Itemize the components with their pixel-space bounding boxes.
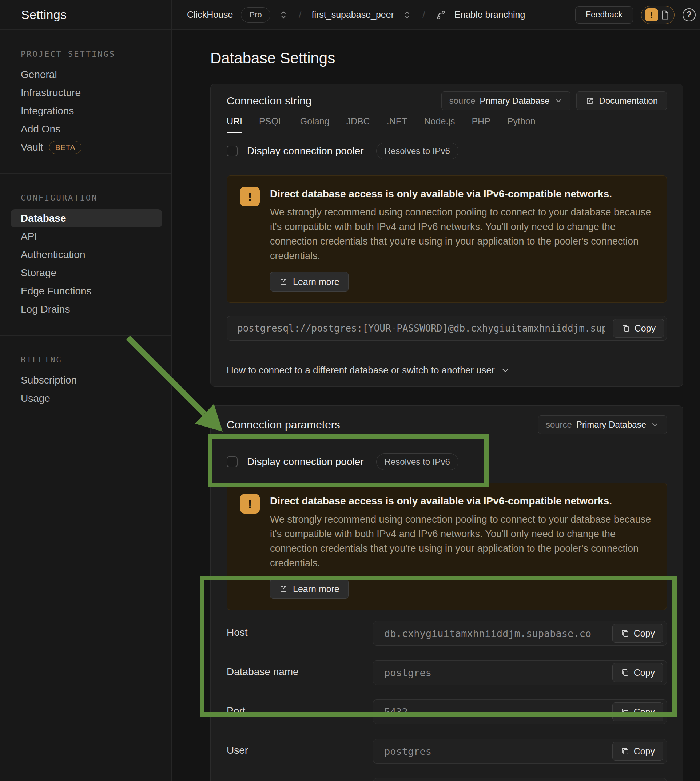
sidebar-item-label: Vault — [21, 142, 43, 153]
pooler-row: Display connection pooler Resolves to IP… — [211, 132, 683, 159]
copy-icon — [621, 668, 629, 677]
page-title: Database Settings — [210, 49, 700, 68]
sidebar-item-add-ons[interactable]: Add Ons — [0, 120, 172, 138]
port-value: 5432 — [384, 706, 408, 718]
chevrons-updown-icon[interactable] — [278, 10, 288, 20]
sidebar-item-log-drains[interactable]: Log Drains — [0, 300, 172, 319]
port-label: Port — [227, 699, 373, 717]
connection-uri-field[interactable]: postgresql://postgres:[YOUR-PASSWORD]@db… — [227, 316, 667, 340]
breadcrumb-project[interactable]: first_supabase_peer — [312, 10, 394, 20]
copy-icon — [621, 747, 629, 756]
tab-psql[interactable]: PSQL — [259, 116, 283, 132]
copy-host-button[interactable]: Copy — [612, 624, 663, 643]
top-header: Settings ClickHouse Pro / first_supabase… — [0, 0, 700, 30]
sidebar-item-subscription[interactable]: Subscription — [0, 371, 172, 389]
sidebar-item-vault[interactable]: Vault BETA — [0, 138, 172, 157]
port-row: Port 5432 Copy — [227, 699, 667, 724]
password-row: Password [The password for your database… — [227, 778, 667, 781]
source-select-label: source — [546, 420, 572, 430]
tab-nodejs[interactable]: Node.js — [424, 116, 455, 132]
copy-database-name-button[interactable]: Copy — [612, 663, 663, 682]
switch-user-link[interactable]: How to connect to a different database o… — [227, 365, 495, 376]
connection-string-title: Connection string — [227, 95, 312, 107]
copy-label: Copy — [634, 746, 655, 757]
header-actions: Feedback ! ? — [575, 6, 700, 24]
notification-pill[interactable]: ! — [641, 6, 675, 24]
enable-branching-button[interactable]: Enable branching — [454, 10, 525, 20]
chevron-down-icon — [650, 421, 659, 429]
sidebar-item-edge-functions[interactable]: Edge Functions — [0, 282, 172, 300]
host-value: db.cxhygiuitamxhniiddjm.supabase.co — [384, 628, 591, 639]
copy-port-button[interactable]: Copy — [612, 703, 663, 721]
sidebar-item-usage[interactable]: Usage — [0, 389, 172, 407]
sidebar-item-database[interactable]: Database — [0, 209, 172, 227]
breadcrumb-org[interactable]: ClickHouse — [187, 10, 233, 20]
connection-parameter-rows: Host db.cxhygiuitamxhniiddjm.supabase.co… — [211, 621, 683, 781]
source-select[interactable]: source Primary Database — [441, 91, 570, 110]
copy-user-button[interactable]: Copy — [612, 742, 663, 761]
copy-label: Copy — [634, 628, 655, 639]
sidebar-item-authentication[interactable]: Authentication — [0, 246, 172, 264]
tab-dotnet[interactable]: .NET — [387, 116, 407, 132]
host-field[interactable]: db.cxhygiuitamxhniiddjm.supabase.co Copy — [373, 621, 667, 646]
connection-parameters-title: Connection parameters — [227, 419, 340, 431]
external-link-icon — [279, 277, 288, 286]
alert-icon: ! — [645, 8, 658, 22]
chevron-down-icon — [554, 97, 563, 105]
source-select[interactable]: source Primary Database — [538, 415, 667, 434]
tab-golang[interactable]: Golang — [300, 116, 330, 132]
learn-more-label: Learn more — [293, 584, 340, 594]
copy-icon — [622, 324, 630, 333]
password-label: Password — [227, 778, 373, 781]
feedback-button[interactable]: Feedback — [575, 6, 633, 23]
tab-jdbc[interactable]: JDBC — [346, 116, 370, 132]
external-link-icon — [279, 584, 288, 593]
sidebar-item-general[interactable]: General — [0, 65, 172, 84]
connection-parameters-header: Connection parameters source Primary Dat… — [211, 406, 683, 444]
copy-uri-button[interactable]: Copy — [613, 319, 664, 338]
pooler-row: Display connection pooler Resolves to IP… — [211, 444, 683, 470]
copy-label: Copy — [634, 668, 655, 678]
password-field[interactable]: [The password for your database] — [373, 778, 667, 781]
external-link-icon — [585, 97, 594, 105]
plan-badge: Pro — [241, 7, 270, 23]
resolves-ipv6-badge: Resolves to IPv6 — [376, 143, 458, 159]
source-select-value: Primary Database — [576, 420, 646, 430]
source-select-label: source — [449, 96, 475, 106]
chevrons-updown-icon[interactable] — [402, 10, 412, 20]
help-icon[interactable]: ? — [683, 8, 696, 22]
pooler-label: Display connection pooler — [247, 145, 364, 157]
source-select-value: Primary Database — [480, 96, 549, 106]
tab-php[interactable]: PHP — [472, 116, 490, 132]
host-row: Host db.cxhygiuitamxhniiddjm.supabase.co… — [227, 621, 667, 646]
notice-body-text: We strongly recommend using connection p… — [270, 512, 653, 570]
documentation-button[interactable]: Documentation — [576, 91, 667, 110]
port-field[interactable]: 5432 Copy — [373, 699, 667, 724]
breadcrumb-separator: / — [420, 9, 427, 21]
warning-icon: ! — [240, 494, 260, 514]
breadcrumb: ClickHouse Pro / first_supabase_peer / E… — [172, 7, 575, 23]
sidebar-item-api[interactable]: API — [0, 227, 172, 246]
learn-more-button[interactable]: Learn more — [270, 579, 348, 599]
user-field[interactable]: postgres Copy — [373, 739, 667, 764]
sidebar-item-integrations[interactable]: Integrations — [0, 102, 172, 120]
section-configuration: CONFIGURATION — [21, 193, 172, 203]
connection-string-panel: Connection string source Primary Databas… — [210, 84, 683, 387]
sidebar-item-storage[interactable]: Storage — [0, 264, 172, 282]
breadcrumb-separator: / — [297, 9, 304, 21]
warning-icon: ! — [240, 187, 260, 206]
display-connection-pooler-checkbox[interactable] — [227, 456, 238, 467]
copy-label: Copy — [635, 323, 656, 334]
learn-more-button[interactable]: Learn more — [270, 272, 348, 292]
display-connection-pooler-checkbox[interactable] — [227, 145, 238, 157]
tab-python[interactable]: Python — [507, 116, 535, 132]
database-name-field[interactable]: postgres Copy — [373, 660, 667, 685]
user-value: postgres — [384, 746, 432, 757]
sidebar-item-infrastructure[interactable]: Infrastructure — [0, 84, 172, 102]
sidebar-divider — [0, 335, 172, 335]
tab-uri[interactable]: URI — [227, 116, 242, 133]
connection-parameters-panel: Connection parameters source Primary Dat… — [210, 406, 683, 781]
document-icon — [660, 10, 670, 20]
connection-string-footer: How to connect to a different database o… — [211, 354, 683, 387]
notice-body-text: We strongly recommend using connection p… — [270, 205, 653, 263]
